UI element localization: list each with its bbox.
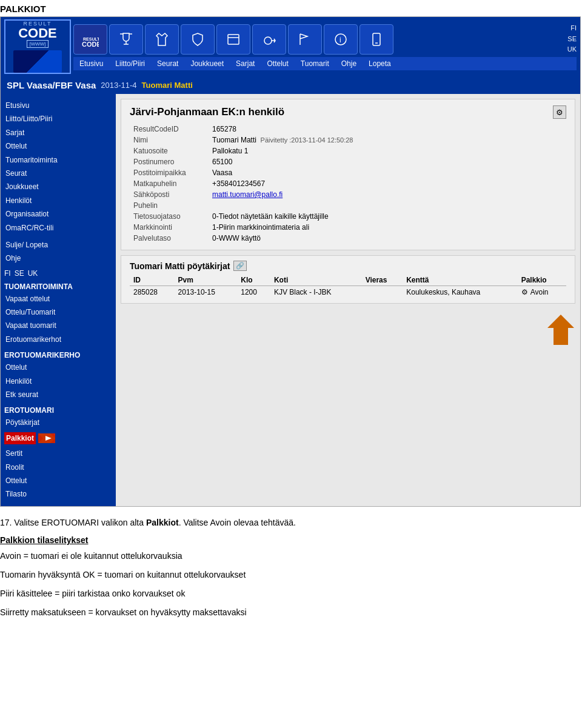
lang-uk[interactable]: UK <box>567 44 577 55</box>
arrow-up-area <box>116 309 580 347</box>
field-matkapuhelin: Matkapuhelin +358401234567 <box>130 178 566 189</box>
card-icon-btn[interactable] <box>216 24 250 55</box>
email-link[interactable]: matti.tuomari@pallo.fi <box>212 190 283 199</box>
sidebar-henkilot[interactable]: Henkilöt <box>4 194 112 207</box>
field-value: matti.tuomari@pallo.fi <box>209 189 566 200</box>
sidebar-roolit[interactable]: Roolit <box>4 461 112 474</box>
field-palvelutaso: Palvelutaso 0-WWW käyttö <box>130 233 566 244</box>
section-heading-block: Palkkion tilaselitykset Avoin = tuomari … <box>0 535 582 619</box>
sidebar-organisaatiot[interactable]: Organisaatiot <box>4 207 112 221</box>
field-value <box>209 200 566 211</box>
sidebar-omarc[interactable]: OmaRC/RC-tili <box>4 221 112 235</box>
svg-point-4 <box>264 37 272 44</box>
sidebar-vapaat-tuomarit[interactable]: Vapaat tuomarit <box>4 319 112 332</box>
page-title: PALKKIOT <box>0 0 582 16</box>
phone-icon-btn[interactable] <box>360 24 393 55</box>
poytakirja-header: Tuomari Matti pöytäkirjat 🔗 <box>130 261 566 271</box>
explanation-1: Avoin = tuomari ei ole kuitannut otteluk… <box>0 550 582 563</box>
explanation-3: Piiri käsittelee = piiri tarkistaa onko … <box>0 587 582 600</box>
step-instruction: 17. Valitse EROTUOMARI valikon alta Palk… <box>0 516 582 529</box>
shield-icon-btn[interactable] <box>181 24 215 55</box>
link-icon[interactable]: 🔗 <box>233 261 247 271</box>
field-value: 0-Tiedot näytetään kaikille käyttäjille <box>209 211 566 222</box>
sidebar-lang-se[interactable]: SE <box>15 269 24 278</box>
sidebar-liitto[interactable]: Liitto/Liitto/Piiri <box>4 112 112 125</box>
cell-kentta: Koulukeskus, Kauhava <box>403 286 517 299</box>
col-id: ID <box>130 275 175 286</box>
sidebar-lang-fi[interactable]: FI <box>4 269 11 278</box>
main-content: Etusivu Liitto/Liitto/Piiri Sarjat Ottel… <box>1 94 580 506</box>
menu-sarjat[interactable]: Sarjat <box>230 57 261 70</box>
field-value: 0-WWW käyttö <box>209 233 566 244</box>
field-postinumero: Postinumero 65100 <box>130 156 566 167</box>
sidebar-sertit[interactable]: Sertit <box>4 447 112 460</box>
menu-tuomarit[interactable]: Tuomarit <box>295 57 335 70</box>
person-card: Järvi-Pohjanmaan EK:n henkilö ⚙ ResultCo… <box>121 99 575 250</box>
menu-ottelut[interactable]: Ottelut <box>261 57 294 70</box>
whistle-icon-btn[interactable] <box>252 24 286 55</box>
lang-fi[interactable]: FI <box>567 23 577 34</box>
menu-seurat[interactable]: Seurat <box>151 57 184 70</box>
poytakirja-section: Tuomari Matti pöytäkirjat 🔗 ID Pvm Klo K… <box>121 255 575 304</box>
sidebar-lang-row: FI SE UK <box>4 269 112 278</box>
menu-etusivu[interactable]: Etusivu <box>73 57 109 70</box>
step-text: 17. Valitse EROTUOMARI valikon alta <box>0 518 144 527</box>
field-label: Nimi <box>130 135 209 145</box>
sidebar-erotuomarikerhot[interactable]: Erotuomarikerhot <box>4 333 112 346</box>
tuomari-label: Tuomari Matti <box>142 81 193 90</box>
menu-joukkueet[interactable]: Joukkueet <box>184 57 230 70</box>
person-fields: ResultCodeID 165278 Nimi Tuomari Matti P… <box>130 124 566 244</box>
field-label: Markkinointi <box>130 222 209 233</box>
sidebar-tuomaritoiminta[interactable]: Tuomaritoiminta <box>4 153 112 167</box>
sidebar-ohje[interactable]: Ohje <box>4 252 112 265</box>
logo[interactable]: RESULT CODE [WWW] <box>4 19 71 74</box>
logo-map-graphic <box>13 50 62 73</box>
menu-lopeta[interactable]: Lopeta <box>363 57 397 70</box>
sidebar-erho-seurat[interactable]: Etk seurat <box>4 388 112 401</box>
nav-icons-area: RESULTCODE <box>73 23 577 70</box>
scroll-to-top-button[interactable] <box>547 311 574 345</box>
below-content: 17. Valitse EROTUOMARI valikon alta Palk… <box>0 507 582 635</box>
col-klo: Klo <box>237 275 270 286</box>
sidebar-erho-ottelut[interactable]: Ottelut <box>4 361 112 374</box>
palkkio-status[interactable]: Avoin <box>530 288 549 296</box>
menu-liitto[interactable]: Liitto/Piiri <box>109 57 151 70</box>
sidebar-joukkueet[interactable]: Joukkueet <box>4 180 112 193</box>
field-label: ResultCodeID <box>130 124 209 135</box>
sidebar-sarjat[interactable]: Sarjat <box>4 126 112 139</box>
palkkio-gear-icon[interactable]: ⚙ <box>521 288 528 296</box>
field-tietosuojataso: Tietosuojataso 0-Tiedot näytetään kaikil… <box>130 211 566 222</box>
sidebar-tilasto[interactable]: Tilasto <box>4 487 112 501</box>
field-katuosoite: Katuosoite Pallokatu 1 <box>130 145 566 156</box>
info-icon-btn[interactable]: i <box>324 24 358 55</box>
field-value: +358401234567 <box>209 178 566 189</box>
sidebar-lang-uk[interactable]: UK <box>28 269 38 278</box>
sidebar-palkkiot[interactable]: Palkkiot <box>4 432 36 444</box>
rc-logo-btn[interactable]: RESULTCODE <box>73 24 107 55</box>
svg-marker-11 <box>547 315 574 345</box>
trophy-icon-btn[interactable] <box>109 24 143 55</box>
info-date: 2013-11-4 <box>101 81 136 90</box>
sidebar-ero-ottelut[interactable]: Ottelut <box>4 474 112 487</box>
logo-www-text: [WWW] <box>27 40 48 48</box>
sidebar-erho-henkilot[interactable]: Henkilöt <box>4 375 112 388</box>
col-pvm: Pvm <box>175 275 238 286</box>
sidebar-ottelut[interactable]: Ottelut <box>4 139 112 153</box>
sidebar-poytakirjat[interactable]: Pöytäkirjat <box>4 416 112 429</box>
cell-vieras <box>362 286 403 299</box>
org-name: SPL Vaasa/FBF Vasa <box>7 80 96 90</box>
field-label: Tietosuojataso <box>130 211 209 222</box>
sidebar-seurat[interactable]: Seurat <box>4 167 112 180</box>
gear-button[interactable]: ⚙ <box>553 105 566 119</box>
col-kentta: Kenttä <box>403 275 517 286</box>
shirt-icon-btn[interactable] <box>145 24 179 55</box>
sidebar-ottelu-tuomarit[interactable]: Ottelu/Tuomarit <box>4 306 112 319</box>
sidebar: Etusivu Liitto/Liitto/Piiri Sarjat Ottel… <box>1 94 116 506</box>
sidebar-etusivu[interactable]: Etusivu <box>4 99 112 112</box>
flag-icon-btn[interactable] <box>288 24 322 55</box>
menu-ohje[interactable]: Ohje <box>335 57 363 70</box>
field-value: Tuomari Matti Päivitetty :2013-11-04 12:… <box>209 135 566 145</box>
sidebar-sulje[interactable]: Sulje/ Lopeta <box>4 238 112 252</box>
sidebar-vapaat-ottelut[interactable]: Vapaat ottelut <box>4 292 112 306</box>
lang-se[interactable]: SE <box>567 34 577 45</box>
